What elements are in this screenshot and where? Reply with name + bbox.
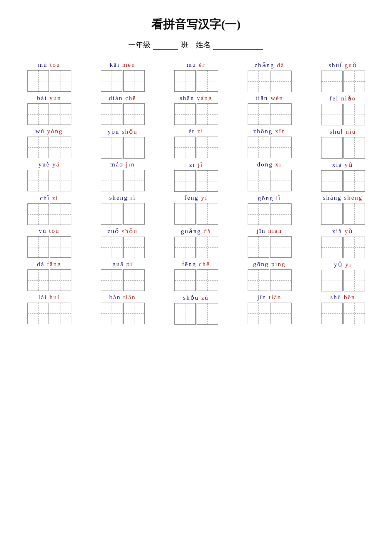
pinyin-syllable-r0-i3-p1: dà [277, 62, 284, 68]
char-box-r4-i0-c1 [50, 203, 71, 225]
pinyin-syllable-r7-i0-p1: huí [49, 294, 60, 301]
char-box-r6-i1-c1 [123, 269, 145, 291]
char-box-r3-i1-c1 [123, 170, 145, 191]
box-group-r1-i1: diàn chē [94, 95, 152, 125]
char-box-r5-i4-c0 [321, 237, 343, 258]
pinyin-label-r2-i0: wú yòng [20, 128, 78, 135]
char-box-r0-i0-c0 [27, 70, 49, 92]
char-box-r4-i1-c0 [101, 203, 122, 225]
char-box-r0-i4-c1 [343, 71, 365, 92]
pinyin-label-r3-i2: zì jǐ [167, 161, 225, 169]
pinyin-label-r0-i4: shuǐ guǒ [314, 61, 372, 69]
word-row-2: wú yòngyòu shǒuér zizhōng xīnshuǐ niú [12, 128, 380, 159]
box-group-r7-i0: lái huí [20, 294, 78, 324]
pinyin-syllable-r4-i3-p0: gōng [258, 195, 274, 201]
pinyin-label-r6-i4: yǔ yī [314, 261, 372, 268]
box-group-r0-i3: zhǎng dà [241, 61, 299, 92]
box-group-r5-i2: guǎng dà [167, 227, 225, 258]
char-box-r6-i4-c1 [343, 270, 365, 291]
pinyin-syllable-r5-i2-p1: dà [204, 228, 211, 235]
pinyin-syllable-r7-i2-p1: zú [201, 294, 209, 301]
pinyin-syllable-r5-i1-p1: shǒu [122, 228, 138, 235]
pinyin-label-r3-i4: xià yǔ [314, 161, 372, 169]
pinyin-syllable-r3-i4-p1: yǔ [345, 161, 354, 168]
pinyin-syllable-r2-i1-p0: yòu [107, 128, 119, 135]
box-group-r3-i3: dōng xī [241, 161, 299, 191]
char-box-r6-i2-c1 [197, 269, 218, 291]
pinyin-syllable-r7-i3-p1: tiān [269, 294, 282, 301]
box-group-r7-i1: bàn tiān [94, 294, 152, 324]
pinyin-syllable-r0-i1-p0: kāi [110, 61, 120, 68]
box-group-r4-i2: fēng yī [167, 194, 225, 225]
char-box-r1-i3-c1 [270, 103, 292, 125]
char-box-r5-i3-c0 [248, 236, 269, 258]
pinyin-syllable-r2-i3-p1: xīn [275, 128, 285, 134]
char-box-r7-i3-c1 [270, 303, 292, 324]
pinyin-syllable-r4-i0-p0: chǐ [40, 195, 50, 201]
page-title: 看拼音写汉字(一) [12, 17, 380, 32]
box-group-r1-i2: shān yáng [167, 95, 225, 125]
pinyin-syllable-r3-i3-p1: xī [275, 161, 282, 168]
pinyin-syllable-r1-i3-p0: tiān [256, 95, 268, 101]
pinyin-label-r0-i0: mù tou [20, 61, 78, 68]
pinyin-label-r4-i2: fēng yī [167, 194, 225, 201]
pinyin-syllable-r7-i0-p0: lái [39, 294, 47, 301]
pinyin-syllable-r6-i0-p0: dà [37, 261, 44, 267]
char-box-r7-i3-c0 [248, 303, 269, 324]
pinyin-syllable-r7-i1-p1: tiān [123, 294, 136, 301]
pinyin-label-r5-i0: yú tóu [20, 227, 78, 235]
pinyin-syllable-r3-i2-p0: zì [189, 161, 195, 168]
box-group-r1-i0: bái yún [20, 95, 78, 125]
box-group-r2-i3: zhōng xīn [241, 128, 299, 158]
box-group-r5-i3: jīn nián [241, 227, 299, 258]
pinyin-syllable-r0-i3-p0: zhǎng [254, 62, 274, 68]
pinyin-syllable-r4-i1-p1: rì [130, 194, 136, 201]
box-group-r0-i1: kāi mén [94, 61, 152, 92]
pinyin-syllable-r3-i1-p1: jīn [126, 161, 135, 168]
char-box-r3-i4-c1 [343, 170, 365, 192]
char-box-r6-i2-c0 [174, 269, 196, 291]
pinyin-syllable-r4-i1-p0: shēng [110, 194, 128, 201]
box-group-r4-i3: gōng lǐ [241, 194, 299, 225]
char-box-r1-i4-c1 [343, 104, 365, 125]
pinyin-syllable-r7-i4-p1: běn [344, 294, 355, 301]
pinyin-label-r4-i0: chǐ zi [20, 194, 78, 202]
char-box-r1-i4-c0 [321, 104, 343, 125]
char-box-r0-i1-c0 [101, 70, 122, 92]
box-group-r2-i0: wú yòng [20, 128, 78, 158]
char-box-r6-i0-c0 [27, 269, 49, 291]
pinyin-syllable-r2-i1-p1: shǒu [122, 128, 138, 135]
pinyin-label-r2-i1: yòu shǒu [94, 128, 152, 135]
pinyin-syllable-r4-i4-p1: shēng [344, 194, 363, 201]
pinyin-syllable-r1-i3-p1: wén [270, 95, 283, 101]
pinyin-syllable-r2-i2-p1: zi [197, 128, 204, 134]
pinyin-syllable-r4-i0-p1: zi [52, 195, 58, 201]
char-box-r3-i0-c0 [27, 170, 49, 191]
pinyin-syllable-r6-i3-p0: gōng [253, 261, 269, 267]
char-box-r7-i0-c0 [27, 303, 49, 324]
pinyin-label-r0-i2: mù ěr [167, 61, 225, 68]
pinyin-syllable-r7-i4-p0: shū [330, 294, 341, 301]
pinyin-label-r0-i3: zhǎng dà [241, 61, 299, 69]
pinyin-label-r6-i0: dà fāng [20, 261, 78, 268]
pinyin-syllable-r1-i2-p1: yáng [197, 95, 212, 101]
pinyin-syllable-r3-i2-p1: jǐ [198, 161, 203, 168]
pinyin-label-r3-i0: yuè yá [20, 161, 78, 168]
pinyin-label-r7-i1: bàn tiān [94, 294, 152, 301]
pinyin-label-r1-i4: fēi niǎo [314, 95, 372, 102]
char-box-r3-i3-c0 [248, 170, 269, 191]
pinyin-syllable-r4-i3-p1: lǐ [276, 195, 281, 201]
pinyin-syllable-r1-i2-p0: shān [180, 95, 195, 101]
pinyin-label-r6-i2: fēng chē [167, 261, 225, 268]
char-box-r3-i3-c1 [270, 170, 292, 191]
pinyin-syllable-r2-i2-p0: ér [188, 128, 195, 134]
box-group-r3-i0: yuè yá [20, 161, 78, 191]
pinyin-label-r4-i1: shēng rì [94, 194, 152, 201]
char-box-r1-i3-c0 [248, 103, 269, 125]
pinyin-syllable-r0-i1-p1: mén [122, 61, 136, 68]
pinyin-syllable-r3-i3-p0: dōng [257, 161, 273, 168]
pinyin-label-r7-i2: shǒu zú [167, 294, 225, 301]
char-box-r3-i4-c0 [321, 170, 343, 192]
pinyin-syllable-r1-i4-p0: fēi [330, 95, 339, 102]
pinyin-syllable-r7-i2-p0: shǒu [183, 294, 199, 301]
